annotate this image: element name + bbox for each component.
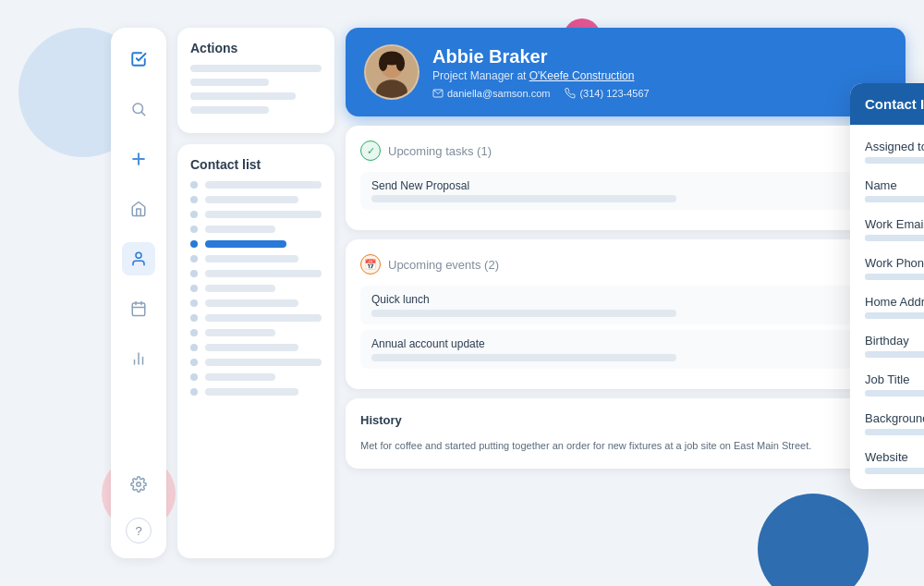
profile-info: Abbie Braker Project Manager at O'Keefe … [432, 46, 887, 99]
sidebar-icon-contacts[interactable] [122, 242, 155, 275]
list-item[interactable] [190, 344, 322, 351]
contact-line [205, 270, 322, 277]
list-item[interactable] [190, 314, 322, 322]
actions-line-4 [190, 106, 269, 114]
contact-info-label-job-title: Job Title [865, 372, 924, 386]
list-item[interactable] [190, 181, 322, 189]
avatar [364, 44, 419, 100]
contact-info-panel: Contact Info Assigned to Name Work Email… [850, 83, 924, 489]
list-item[interactable] [190, 226, 322, 233]
contact-info-body: Assigned to Name Work Email Work Phone H… [850, 125, 924, 489]
task-title: Send New Proposal [371, 179, 880, 192]
contact-dot [190, 329, 198, 336]
contact-dot [190, 388, 198, 396]
contact-info-label-name: Name [865, 178, 924, 192]
contact-dot [190, 299, 198, 307]
contact-info-value-work-email [865, 235, 924, 241]
contact-dot [190, 359, 198, 366]
sidebar-icon-tasks[interactable] [122, 43, 155, 76]
svg-point-18 [396, 55, 405, 71]
upcoming-tasks-card: ✓ Upcoming tasks (1) Send New Proposal [346, 126, 906, 230]
list-item[interactable] [190, 196, 322, 203]
contact-info-row-name: Name [850, 171, 924, 210]
event-line-2 [371, 354, 676, 361]
contact-line [205, 285, 275, 292]
list-item[interactable] [190, 211, 322, 218]
contact-dot-active [190, 240, 198, 248]
event-title-2: Annual account update [371, 337, 880, 350]
sidebar-icon-search[interactable] [122, 92, 155, 126]
contact-line [205, 181, 322, 189]
event-item-2[interactable]: Annual account update [360, 330, 891, 369]
list-item[interactable] [190, 329, 322, 336]
list-item[interactable] [190, 299, 322, 307]
contact-dot [190, 285, 198, 292]
contact-info-value-work-phone [865, 274, 924, 280]
list-item[interactable] [190, 270, 322, 277]
profile-company-link[interactable]: O'Keefe Construction [529, 69, 635, 82]
list-item[interactable] [190, 388, 322, 396]
svg-point-12 [137, 482, 141, 487]
contact-line [205, 299, 298, 307]
contact-dot [190, 226, 198, 233]
sidebar-icon-home[interactable] [122, 192, 155, 226]
sidebar-icon-settings[interactable] [122, 468, 155, 501]
profile-name: Abbie Braker [432, 46, 887, 67]
contact-info-value-assigned [865, 157, 924, 164]
main-wrapper: ? Actions Contact list [111, 28, 906, 558]
contact-line [205, 196, 298, 203]
history-title: History [360, 413, 402, 427]
sidebar-icon-calendar[interactable] [122, 292, 155, 325]
svg-point-4 [136, 252, 141, 258]
contact-list-panel: Contact list [177, 144, 334, 558]
sidebar-icon-help[interactable]: ? [126, 518, 152, 543]
main-content: Abbie Braker Project Manager at O'Keefe … [346, 28, 906, 558]
task-item-1[interactable]: Send New Proposal [360, 172, 891, 210]
contact-dot [190, 344, 198, 351]
phone-text: (314) 123-4567 [579, 88, 649, 99]
svg-point-17 [379, 55, 387, 71]
contact-line [205, 211, 322, 218]
contact-info-label-work-email: Work Email [865, 217, 924, 231]
sidebar-icon-reports[interactable] [122, 342, 155, 375]
actions-panel: Actions [177, 28, 334, 133]
contact-line [205, 359, 322, 366]
contact-info-row-website: Website [850, 443, 924, 482]
task-line [371, 195, 676, 202]
svg-rect-5 [132, 303, 145, 316]
contact-info-value-background [865, 429, 924, 435]
upcoming-events-card: 📅 Upcoming events (2) Quick lunch Annual… [346, 239, 906, 389]
svg-point-0 [133, 104, 143, 114]
contact-info-row-birthday: Birthday [850, 326, 924, 365]
profile-phone: (314) 123-4567 [565, 88, 649, 99]
profile-email: daniella@samson.com [432, 88, 550, 99]
list-item[interactable] [190, 285, 322, 292]
list-item[interactable] [190, 255, 322, 262]
contact-dot [190, 314, 198, 322]
contact-info-value-website [865, 468, 924, 474]
help-question-mark: ? [135, 524, 141, 538]
contact-info-header: Contact Info [850, 83, 924, 125]
contact-info-row-assigned: Assigned to [850, 132, 924, 171]
list-item[interactable] [190, 359, 322, 366]
list-item-active[interactable] [190, 240, 322, 248]
phone-icon [565, 88, 576, 99]
contact-info-value-name [865, 196, 924, 202]
event-item-1[interactable]: Quick lunch [360, 286, 891, 324]
history-header: History [360, 413, 891, 427]
contact-info-row-work-email: Work Email [850, 210, 924, 249]
upcoming-tasks-title: Upcoming tasks (1) [388, 144, 492, 158]
actions-title: Actions [190, 41, 322, 55]
profile-contacts: daniella@samson.com (314) 123-4567 [432, 88, 887, 99]
upcoming-tasks-header: ✓ Upcoming tasks (1) [360, 140, 891, 161]
contact-info-row-home-address: Home Address [850, 287, 924, 326]
contact-dot [190, 211, 198, 218]
actions-line-2 [190, 79, 269, 86]
email-text: daniella@samson.com [447, 88, 550, 99]
contact-info-label-work-phone: Work Phone [865, 256, 924, 270]
tasks-icon: ✓ [360, 140, 381, 161]
sidebar-icon-add[interactable] [122, 142, 155, 176]
contact-line [205, 388, 298, 396]
list-item[interactable] [190, 373, 322, 381]
contact-info-row-work-phone: Work Phone [850, 249, 924, 287]
